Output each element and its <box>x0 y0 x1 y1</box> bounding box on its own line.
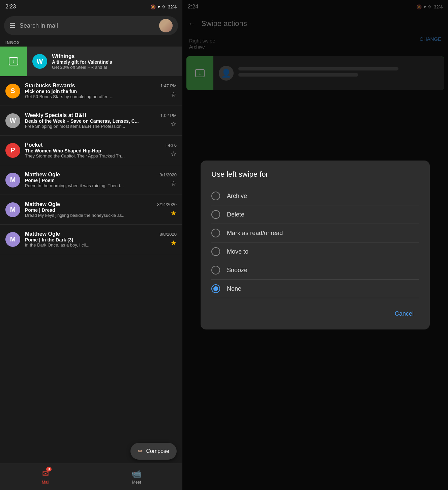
pocket-avatar: P <box>5 143 20 158</box>
pocket-sender: Pocket <box>25 142 166 148</box>
pocket-main: Pocket The Women Who Shaped Hip-Hop They… <box>25 142 166 158</box>
radio-option-snooze[interactable]: Snooze <box>211 261 419 280</box>
matthew1-star-icon[interactable]: ☆ <box>171 179 177 188</box>
bottom-nav: ✉ 3 Mail 📹 Meet <box>0 463 182 490</box>
email-row-matthew3[interactable]: M Matthew Ogle Pome | In the Dark (3) In… <box>0 225 182 254</box>
matthew2-subject: Pome | Dread <box>25 207 157 213</box>
archive-swipe-icon <box>0 57 27 65</box>
mute-icon: 🔕 <box>150 4 156 9</box>
left-panel: 2:23 🔕 ▾ ✈ 32% ☰ Search in mail INBOX W … <box>0 0 182 490</box>
matthew2-sender: Matthew Ogle <box>25 201 157 207</box>
bh-subject: Deals of the Week – Save on Cameras, Len… <box>25 118 160 124</box>
radio-circle-none <box>211 284 220 293</box>
matthew2-main: Matthew Ogle Pome | Dread Dread My keys … <box>25 201 157 218</box>
withings-sender: Withings <box>52 53 177 59</box>
matthew2-time: 8/14/2020 <box>157 202 177 207</box>
swiped-email-main: Withings A timely gift for Valentine's G… <box>52 53 177 70</box>
starbucks-sender: Starbucks Rewards <box>25 83 160 89</box>
swiped-email-content: W Withings A timely gift for Valentine's… <box>27 47 182 76</box>
search-placeholder: Search in mail <box>20 22 155 29</box>
radio-label-snooze: Snooze <box>227 267 247 274</box>
meet-nav-label: Meet <box>132 480 141 485</box>
matthew2-star-icon[interactable]: ★ <box>171 209 177 217</box>
email-row-matthew1[interactable]: M Matthew Ogle Pome | Poem Poem In the m… <box>0 165 182 195</box>
right-panel: 2:24 🔕 ▾ ✈ 32% ← Swipe actions Right swi… <box>182 0 448 490</box>
email-row-starbucks[interactable]: S Starbucks Rewards Pick one to join the… <box>0 76 182 106</box>
withings-avatar: W <box>32 54 47 69</box>
dialog-overlay: Use left swipe for Archive Delete Mark a… <box>182 0 448 490</box>
archive-box-icon <box>9 57 18 65</box>
compose-label: Compose <box>146 448 169 454</box>
radio-label-none: None <box>227 285 241 292</box>
starbucks-main: Starbucks Rewards Pick one to join the f… <box>25 83 160 99</box>
search-bar[interactable]: ☰ Search in mail <box>4 16 178 35</box>
bh-time: 1:02 PM <box>160 113 177 118</box>
radio-option-mark[interactable]: Mark as read/unread <box>211 224 419 242</box>
bh-avatar: W <box>5 113 20 128</box>
mail-badge: 3 <box>46 467 52 471</box>
radio-option-archive[interactable]: Archive <box>211 187 419 205</box>
email-row-bh[interactable]: W Weekly Specials at B&H Deals of the We… <box>0 106 182 136</box>
compose-fab[interactable]: ✏ Compose <box>130 443 177 460</box>
inbox-label: INBOX <box>0 38 182 47</box>
avatar-image <box>159 19 173 32</box>
menu-icon[interactable]: ☰ <box>9 22 16 30</box>
matthew3-meta: 8/8/2020 ★ <box>159 232 177 247</box>
swipe-dialog: Use left swipe for Archive Delete Mark a… <box>201 161 430 329</box>
left-status-icons: 🔕 ▾ ✈ 32% <box>150 4 177 9</box>
matthew2-meta: 8/14/2020 ★ <box>157 202 177 217</box>
pocket-star-icon[interactable]: ☆ <box>171 150 177 158</box>
bh-preview: Free Shipping on most items B&H The Prof… <box>25 124 160 129</box>
left-time: 2:23 <box>5 4 16 10</box>
pocket-time: Feb 6 <box>166 143 177 148</box>
matthew2-preview: Dread My keys jingling beside the honeys… <box>25 213 157 218</box>
radio-circle-delete <box>211 210 220 219</box>
withings-subject: A timely gift for Valentine's <box>52 59 177 65</box>
radio-circle-snooze <box>211 266 220 275</box>
airplane-icon: ✈ <box>162 4 166 9</box>
nav-item-meet[interactable]: 📹 Meet <box>91 466 182 487</box>
matthew3-preview: In the Dark Once, as a boy, I cli... <box>25 242 159 248</box>
matthew3-main: Matthew Ogle Pome | In the Dark (3) In t… <box>25 231 159 248</box>
nav-item-mail[interactable]: ✉ 3 Mail <box>0 466 91 487</box>
radio-option-moveto[interactable]: Move to <box>211 242 419 261</box>
matthew1-sender: Matthew Ogle <box>25 172 159 178</box>
bh-main: Weekly Specials at B&H Deals of the Week… <box>25 112 160 129</box>
bh-meta: 1:02 PM ☆ <box>160 113 177 128</box>
matthew1-preview: Poem In the morning, when it was raining… <box>25 183 159 188</box>
email-row-matthew2[interactable]: M Matthew Ogle Pome | Dread Dread My key… <box>0 195 182 225</box>
starbucks-avatar: S <box>5 84 20 98</box>
pocket-preview: They Stormed the Capitol. Their Apps Tra… <box>25 153 166 158</box>
avatar[interactable] <box>159 19 173 32</box>
pocket-meta: Feb 6 ☆ <box>166 143 177 158</box>
radio-option-none[interactable]: None <box>211 280 419 298</box>
email-row-pocket[interactable]: P Pocket The Women Who Shaped Hip-Hop Th… <box>0 136 182 165</box>
swiped-email-row[interactable]: W Withings A timely gift for Valentine's… <box>0 47 182 76</box>
bh-star-icon[interactable]: ☆ <box>171 120 177 128</box>
mail-nav-label: Mail <box>42 480 49 485</box>
radio-option-delete[interactable]: Delete <box>211 205 419 224</box>
starbucks-subject: Pick one to join the fun <box>25 89 160 94</box>
matthew1-subject: Pome | Poem <box>25 178 159 183</box>
left-status-bar: 2:23 🔕 ▾ ✈ 32% <box>0 0 182 13</box>
radio-circle-moveto <box>211 247 220 256</box>
cancel-button[interactable]: Cancel <box>389 308 419 320</box>
mail-icon-wrap: ✉ 3 <box>42 469 49 479</box>
matthew1-main: Matthew Ogle Pome | Poem Poem In the mor… <box>25 172 159 188</box>
matthew1-meta: 9/1/2020 ☆ <box>159 172 177 188</box>
radio-label-archive: Archive <box>227 193 247 200</box>
matthew3-time: 8/8/2020 <box>159 232 177 237</box>
dialog-title: Use left swipe for <box>211 170 419 179</box>
radio-label-mark: Mark as read/unread <box>227 230 283 237</box>
meet-icon: 📹 <box>131 469 142 479</box>
pencil-icon: ✏ <box>138 448 143 455</box>
matthew3-star-icon[interactable]: ★ <box>171 239 177 247</box>
starbucks-preview: Get 50 Bonus Stars by completing an offe… <box>25 94 160 99</box>
radio-circle-mark <box>211 229 220 237</box>
matthew1-avatar: M <box>5 173 20 188</box>
matthew1-time: 9/1/2020 <box>159 172 177 177</box>
dialog-actions: Cancel <box>211 305 419 320</box>
matthew3-sender: Matthew Ogle <box>25 231 159 237</box>
pocket-subject: The Women Who Shaped Hip-Hop <box>25 148 166 153</box>
starbucks-star-icon[interactable]: ☆ <box>171 90 177 98</box>
